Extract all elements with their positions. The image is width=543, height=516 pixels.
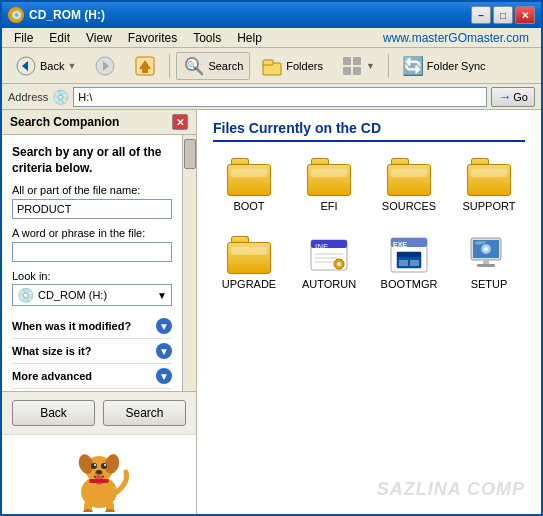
scroll-indicator bbox=[182, 135, 196, 391]
go-button[interactable]: → Go bbox=[491, 87, 535, 107]
file-name-boot: BOOT bbox=[233, 200, 264, 212]
back-button[interactable]: Back ▼ bbox=[8, 52, 83, 80]
folders-icon bbox=[261, 55, 283, 77]
panel-content: Search by any or all of the criteria bel… bbox=[2, 135, 182, 391]
right-panel-title: Files Currently on the CD bbox=[213, 120, 525, 142]
folder-sync-label: Folder Sync bbox=[427, 60, 486, 72]
svg-rect-47 bbox=[410, 260, 419, 266]
folder-icon-sources bbox=[387, 158, 431, 196]
menu-favorites[interactable]: Favorites bbox=[120, 30, 185, 46]
file-item-bootmgr[interactable]: EXE BOOTMGR bbox=[373, 232, 445, 294]
panel-close-button[interactable]: ✕ bbox=[172, 114, 188, 130]
file-item-boot[interactable]: BOOT bbox=[213, 154, 285, 216]
watermark: SAZLINA COMP bbox=[377, 479, 525, 500]
more-advanced-row[interactable]: More advanced ▼ bbox=[12, 364, 172, 389]
folders-button[interactable]: Folders bbox=[254, 52, 330, 80]
svg-point-22 bbox=[101, 463, 107, 469]
address-input[interactable] bbox=[73, 87, 487, 107]
svg-rect-16 bbox=[353, 67, 361, 75]
folder-icon-upgrade bbox=[227, 236, 271, 274]
up-icon bbox=[134, 55, 156, 77]
menu-view[interactable]: View bbox=[78, 30, 120, 46]
setup-file-icon bbox=[467, 236, 511, 274]
up-button[interactable] bbox=[127, 52, 163, 80]
look-in-label: Look in: bbox=[12, 270, 172, 282]
scroll-thumb[interactable] bbox=[184, 139, 196, 169]
forward-icon bbox=[94, 55, 116, 77]
right-panel: Files Currently on the CD BOOT bbox=[197, 110, 541, 514]
svg-rect-46 bbox=[399, 260, 408, 266]
svg-point-21 bbox=[91, 463, 97, 469]
svg-point-40 bbox=[337, 262, 341, 266]
look-in-drive-icon: 💿 bbox=[17, 287, 34, 303]
phrase-label: A word or phrase in the file: bbox=[12, 227, 172, 239]
menu-help[interactable]: Help bbox=[229, 30, 270, 46]
folder-sync-icon: 🔄 bbox=[402, 55, 424, 77]
file-grid: BOOT EFI bbox=[213, 154, 525, 294]
menu-edit[interactable]: Edit bbox=[41, 30, 78, 46]
main-area: Search Companion ✕ Search by any or all … bbox=[2, 110, 541, 514]
file-item-upgrade[interactable]: UPGRADE bbox=[213, 232, 285, 294]
svg-text:EXE: EXE bbox=[393, 241, 407, 248]
what-size-row[interactable]: What size is it? ▼ bbox=[12, 339, 172, 364]
file-name-label: All or part of the file name: bbox=[12, 184, 172, 196]
view-toggle-icon bbox=[341, 55, 363, 77]
panel-title: Search Companion bbox=[10, 115, 119, 129]
search-toolbar-button[interactable]: 🔍 Search bbox=[176, 52, 250, 80]
folder-sync-button[interactable]: 🔄 Folder Sync bbox=[395, 52, 493, 80]
toolbar: Back ▼ 🔍 Search Folder bbox=[2, 48, 541, 84]
menu-tools[interactable]: Tools bbox=[185, 30, 229, 46]
svg-rect-15 bbox=[343, 67, 351, 75]
file-item-autorun[interactable]: INF AUTORUN bbox=[293, 232, 365, 294]
svg-point-24 bbox=[104, 464, 106, 466]
search-criteria-heading: Search by any or all of the criteria bel… bbox=[12, 145, 172, 176]
file-name-input[interactable] bbox=[12, 199, 172, 219]
when-modified-row[interactable]: When was it modified? ▼ bbox=[12, 314, 172, 339]
phrase-input[interactable] bbox=[12, 242, 172, 262]
close-button[interactable]: ✕ bbox=[515, 6, 535, 24]
bootmgr-file-icon: EXE bbox=[387, 236, 431, 274]
more-advanced-chevron-icon: ▼ bbox=[156, 368, 172, 384]
file-name-sources: SOURCES bbox=[382, 200, 436, 212]
look-in-dropdown[interactable]: 💿 CD_ROM (H:) ▼ bbox=[12, 284, 172, 306]
file-item-sources[interactable]: SOURCES bbox=[373, 154, 445, 216]
maximize-button[interactable]: □ bbox=[493, 6, 513, 24]
svg-rect-14 bbox=[353, 57, 361, 65]
view-chevron: ▼ bbox=[366, 61, 375, 71]
file-item-setup[interactable]: SETUP bbox=[453, 232, 525, 294]
folder-icon-support bbox=[467, 158, 511, 196]
go-arrow-icon: → bbox=[498, 89, 511, 104]
svg-rect-51 bbox=[477, 264, 495, 267]
search-button[interactable]: Search bbox=[103, 400, 186, 426]
window-icon: 💿 bbox=[8, 7, 24, 23]
back-search-button[interactable]: Back bbox=[12, 400, 95, 426]
file-item-efi[interactable]: EFI bbox=[293, 154, 365, 216]
go-label: Go bbox=[513, 91, 528, 103]
toolbar-separator-2 bbox=[388, 54, 389, 78]
back-icon bbox=[15, 55, 37, 77]
svg-rect-50 bbox=[483, 260, 489, 264]
panel-header: Search Companion ✕ bbox=[2, 110, 196, 135]
file-name-setup: SETUP bbox=[471, 278, 508, 290]
svg-rect-13 bbox=[343, 57, 351, 65]
autorun-file-icon: INF bbox=[307, 236, 351, 274]
svg-rect-32 bbox=[89, 479, 109, 483]
menu-bar: File Edit View Favorites Tools Help www.… bbox=[2, 28, 541, 48]
forward-button[interactable] bbox=[87, 52, 123, 80]
file-name-upgrade: UPGRADE bbox=[222, 278, 276, 290]
search-toolbar-label: Search bbox=[208, 60, 243, 72]
left-panel: Search Companion ✕ Search by any or all … bbox=[2, 110, 197, 514]
file-item-support[interactable]: SUPPORT bbox=[453, 154, 525, 216]
menu-file[interactable]: File bbox=[6, 30, 41, 46]
dog-mascot bbox=[64, 437, 134, 512]
what-size-chevron-icon: ▼ bbox=[156, 343, 172, 359]
menu-url[interactable]: www.masterGOmaster.com bbox=[375, 30, 537, 46]
folder-icon-efi bbox=[307, 158, 351, 196]
folder-icon-boot bbox=[227, 158, 271, 196]
address-label: Address bbox=[8, 91, 48, 103]
svg-text:🔍: 🔍 bbox=[187, 60, 197, 70]
view-toggle-button[interactable]: ▼ bbox=[334, 52, 382, 80]
file-name-bootmgr: BOOTMGR bbox=[381, 278, 438, 290]
main-window: 💿 CD_ROM (H:) – □ ✕ File Edit View Favor… bbox=[0, 0, 543, 516]
minimize-button[interactable]: – bbox=[471, 6, 491, 24]
